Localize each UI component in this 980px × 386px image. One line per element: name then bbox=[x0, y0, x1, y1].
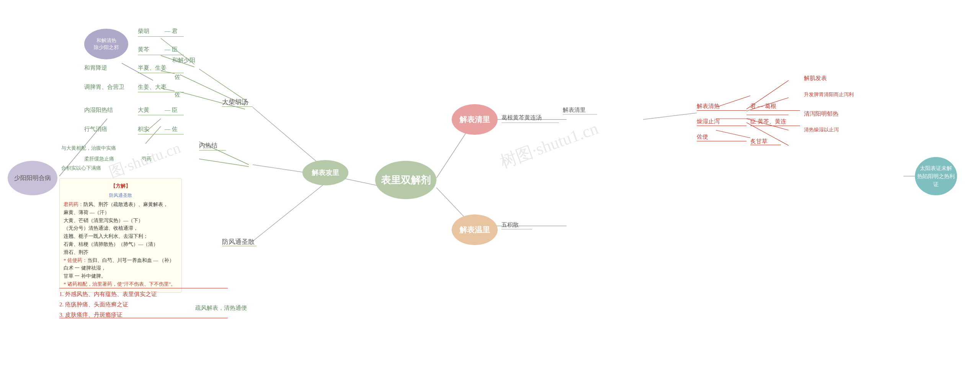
note-subtitle: 防风通圣散 bbox=[64, 192, 178, 199]
jiebiaowenli-label: 解表温里 bbox=[459, 225, 490, 235]
zuo3-label: — 佐 bbox=[165, 126, 178, 133]
jiebiaowenli-node: 解表温里 bbox=[452, 214, 498, 245]
zhigancao-label: 炙甘草 bbox=[750, 138, 768, 145]
zaoshizhixie-label: 燥湿止泻 bbox=[697, 118, 720, 125]
shengjiang-label: 生姜、大枣 bbox=[138, 83, 167, 91]
zhishi-label: 枳实 bbox=[138, 126, 149, 133]
neire-label: 内湿阳热结 bbox=[84, 106, 113, 114]
jiebiaoqingli-right-label: 解表清里 bbox=[563, 106, 586, 114]
qingxieymre-label: 清泻阳明郁热 bbox=[804, 110, 838, 118]
dachaihu-label: 大柴胡汤 bbox=[222, 98, 248, 106]
dahuang-label: 大黄 bbox=[138, 106, 149, 114]
center-label: 表里双解剂 bbox=[381, 173, 431, 187]
zuo1-label: 佐 bbox=[175, 74, 180, 81]
rouhan-label: 柔肝缓急止痛 bbox=[84, 155, 114, 162]
taiyang-label: 太阳表证未解热陷阳明之热利证 bbox=[915, 164, 957, 188]
svg-line-22 bbox=[643, 113, 697, 119]
svg-line-30 bbox=[716, 130, 750, 138]
shengfa-label: 升发脾胃清阳而止泻利 bbox=[804, 91, 854, 98]
hejiequre-node: 和解清热除少阳之邪 bbox=[84, 29, 128, 59]
qingreczxie-label: 清热燥湿以止泻 bbox=[804, 126, 839, 133]
shaoyang-node: 少阳阳明合病 bbox=[8, 161, 57, 195]
neirejie-label: 内热结 bbox=[199, 142, 217, 150]
fangfeng-label: 防风通圣散 bbox=[222, 237, 255, 246]
zuo2-label: 佐 bbox=[175, 91, 180, 98]
heweijiangni-label: 和胃降逆 bbox=[84, 64, 107, 72]
indication-1: 1. 外感风热、内有蕴热、表里俱实之证 bbox=[59, 289, 157, 299]
jiebiaoqure-label: 解表清热 bbox=[697, 103, 720, 110]
svg-line-12 bbox=[199, 159, 249, 167]
note-content: 君药药：防风、荆芥（疏散透表）、麻黄解表， 麻黄、薄荷 —（汗） 大黄、芒硝（清… bbox=[64, 201, 178, 288]
note-title: 【方解】 bbox=[64, 182, 178, 190]
xingqi-label: 行气消痞 bbox=[84, 126, 107, 133]
center-node: 表里双解剂 bbox=[375, 161, 436, 199]
jun-gegen-label: 君 — 葛根 bbox=[750, 103, 776, 110]
bottom-indications: 1. 外感风热、内有蕴热、表里俱实之证 2. 疮疡肿痛、头面疮癣之证 3. 皮肤… bbox=[59, 289, 157, 320]
chen2-label: — 臣 bbox=[165, 106, 178, 114]
watermark-2: 树图·shutu1.cn bbox=[497, 117, 601, 173]
gegen-formula-label: 葛根黄芩黄连汤 bbox=[501, 114, 542, 121]
jiebiaoqingli-label: 解表清里 bbox=[459, 114, 490, 125]
banxia-label: 半夏、生姜 bbox=[138, 64, 167, 72]
zuoshi-label: 佐使 bbox=[697, 133, 708, 141]
indication-2: 2. 疮疡肿痛、头面疮癣之证 bbox=[59, 299, 157, 310]
hejieshy-label: 和解少阳 bbox=[172, 57, 195, 64]
taiyang-node: 太阳表证未解热陷阳明之热利证 bbox=[915, 157, 957, 195]
jun1-label: — 君 bbox=[165, 28, 178, 35]
indication-3: 3. 皮肤瘙痒、丹斑瘾疹证 bbox=[59, 310, 157, 320]
svg-line-28 bbox=[716, 96, 750, 107]
chaihu-label: 柴胡 bbox=[138, 28, 149, 35]
tiaopi-label: 调脾胃、合营卫 bbox=[84, 83, 124, 91]
wujisan-label: 五积散 bbox=[501, 221, 519, 229]
hezhi-label: 合枳实以心下满痛 bbox=[61, 165, 101, 172]
fangji-note: 【方解】 防风通圣散 君药药：防风、荆芥（疏散透表）、麻黄解表， 麻黄、薄荷 —… bbox=[59, 178, 182, 293]
jiebiaogu-node: 解表攻里 bbox=[302, 160, 348, 185]
jiebiaoqingli-node: 解表清里 bbox=[452, 104, 498, 135]
jiebiaogu-label: 解表攻里 bbox=[312, 168, 339, 177]
svg-line-3 bbox=[253, 180, 329, 241]
bottom-treatment-label: 疏风解表，清热通便 bbox=[195, 304, 247, 312]
chen-huangqin-label: 臣 黄芩、黄连 bbox=[750, 118, 786, 125]
hejiequre-label: 和解清热除少阳之邪 bbox=[94, 37, 119, 51]
huangqin1-label: 黄芩 bbox=[138, 46, 149, 53]
yudahuang-label: 与大黄相配，治腹中实痛 bbox=[61, 145, 116, 152]
shaoyang-label: 少阳阳明合病 bbox=[14, 174, 51, 182]
shaoyao-label: 芍药 bbox=[142, 155, 152, 162]
mind-map-canvas: 图·shuitu.cn 树图·shutu1.cn 少阳阳明合病 和解清热除少阳之… bbox=[0, 0, 980, 386]
jiejifabiao-label: 解肌发表 bbox=[804, 75, 827, 82]
chen1-label: — 臣 bbox=[165, 46, 178, 53]
